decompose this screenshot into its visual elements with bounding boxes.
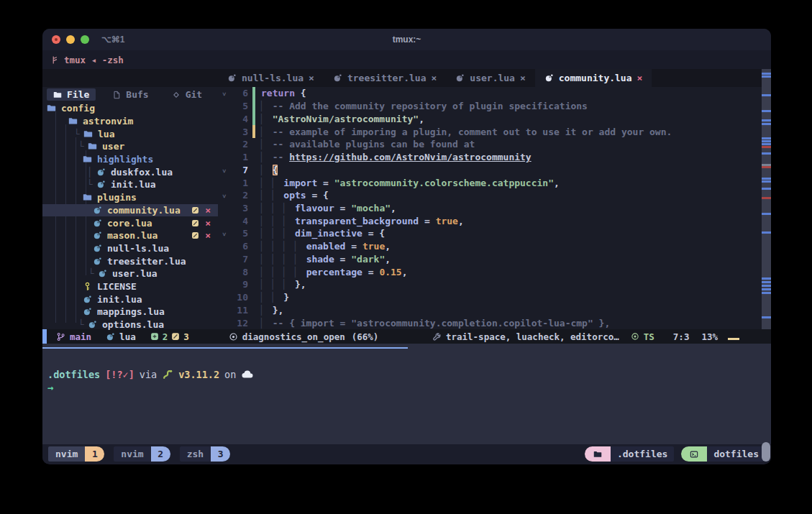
window-title: tmux:~ [42, 35, 771, 45]
fold-chevron-icon[interactable]: > [218, 165, 230, 175]
shell-pane[interactable]: .dotfiles [!?✓] via v3.11.2 on → [42, 344, 771, 444]
code-token: , [391, 203, 396, 214]
tree-item-community.lua[interactable]: community.lua× [42, 204, 218, 217]
tree-item-init.lua[interactable]: init.lua [42, 293, 218, 306]
tmux-window-number: 2 [151, 446, 170, 462]
buffer-tab-treesitter.lua[interactable]: treesitter.lua× [324, 69, 446, 87]
editor-line: 6▏ ▏ ▏ ▏ enabled = true, [218, 240, 771, 253]
fold-chevron-icon[interactable]: > [218, 228, 230, 239]
buffer-tab-null-ls.lua[interactable]: null-ls.lua× [218, 69, 324, 87]
tree-item-lua[interactable]: └lua [42, 127, 218, 140]
diagnostics-item[interactable]: diagnostics_on_open (66%) [229, 331, 379, 342]
tmux-window-3[interactable]: zsh3 [180, 446, 230, 462]
buffer-tab-user.lua[interactable]: user.lua× [446, 69, 534, 87]
lsp-tools-item[interactable]: trail-space, luacheck, editorco… [432, 331, 619, 342]
terminal-scrollbar-thumb[interactable] [762, 442, 770, 462]
tree-item-astronvim[interactable]: astronvim [42, 115, 218, 128]
buffer-close-icon[interactable]: × [637, 73, 643, 83]
code-token: }, [295, 279, 306, 290]
tree-item-options.lua[interactable]: └options.lua [42, 318, 218, 331]
tree-item-duskfox.lua[interactable]: │duskfox.lua [42, 165, 218, 178]
bufferline: null-ls.lua×treesitter.lua×user.lua×comm… [42, 69, 771, 87]
modified-icon [171, 332, 180, 341]
git-branch-item[interactable]: main [56, 331, 91, 342]
kitty-tab-title[interactable]: tmux ◂ -zsh [64, 55, 124, 65]
git-branch-name: main [70, 331, 91, 342]
tree-item-label: user [102, 141, 124, 152]
code-token: ▏ ▏ [261, 292, 283, 303]
buffer-close-icon[interactable]: × [432, 73, 437, 83]
code-token: ▏ [261, 305, 273, 316]
boxpencil-icon [191, 231, 199, 239]
tree-item-plugins[interactable]: plugins [42, 191, 218, 204]
buffer-close-icon[interactable]: × [520, 73, 526, 83]
git-diff-item: 2 3 [150, 331, 189, 342]
neotree-tab-bufs[interactable]: Bufs [106, 88, 155, 101]
code-token: { [295, 88, 306, 98]
tree-item-config[interactable]: config [42, 102, 218, 115]
prompt-on: on [224, 369, 236, 380]
terminal-window: ⌥⌘1 tmux:~ tmux ◂ -zsh null-ls.lua×trees… [42, 29, 771, 464]
tree-item-LICENSE[interactable]: LICENSE [42, 280, 218, 293]
buffer-tab-community.lua[interactable]: community.lua× [535, 69, 652, 87]
close-buffer-icon[interactable]: × [205, 218, 211, 229]
code-token: opts [283, 190, 306, 201]
editor-line: 10▏ ▏ } [218, 291, 771, 304]
prompt-git-status: [!?✓] [105, 369, 134, 380]
neotree-tab-file[interactable]: File [47, 88, 96, 101]
sign-column [252, 265, 255, 278]
buffer-close-icon[interactable]: × [309, 73, 314, 83]
buffer-tab-label: user.lua [470, 73, 515, 83]
session-icon [50, 55, 60, 65]
line-number: 12 [230, 318, 248, 329]
tmux-window-1[interactable]: nvim1 [48, 446, 104, 462]
editor-scrollbar[interactable] [762, 69, 771, 329]
modified-count: 3 [183, 331, 189, 342]
sign-column [252, 163, 255, 176]
editor-buffer[interactable]: >6return {5▏ -- Add the community reposi… [218, 87, 771, 329]
shell-prompt: .dotfiles [!?✓] via v3.11.2 on [47, 368, 253, 380]
tree-item-highlights[interactable]: highlights [42, 153, 218, 166]
code-token: , [385, 254, 391, 265]
tree-item-init.lua[interactable]: └init.lua [42, 178, 218, 191]
code-token: enabled [306, 241, 346, 252]
code-token: ▏ [261, 127, 273, 137]
line-number: 7 [230, 165, 248, 175]
tree-item-treesitter.lua[interactable]: treesitter.lua [42, 254, 218, 267]
close-buffer-icon[interactable]: × [205, 205, 211, 216]
tmux-window-2[interactable]: nvim2 [114, 446, 170, 462]
prompt-arrow[interactable]: → [47, 382, 53, 393]
fold-chevron-icon[interactable]: > [218, 190, 230, 201]
diagnostics-icon [229, 332, 238, 341]
code-token: = [345, 241, 362, 252]
mode-indicator [42, 329, 47, 344]
sign-column [252, 227, 255, 240]
code-token: -- example of imporing a plugin, comment… [273, 127, 672, 137]
tree-item-user.lua[interactable]: └user.lua [42, 267, 218, 280]
lua-icon [98, 269, 107, 278]
line-number: 3 [230, 127, 248, 137]
tmux-status-label: .dotfiles [611, 446, 674, 462]
python-icon [162, 369, 173, 380]
tree-item-mappings.lua[interactable]: mappings.lua [42, 306, 218, 318]
editor-line: 1▏ ▏ import = "astrocommunity.colorschem… [218, 176, 771, 189]
minimize-window-button[interactable] [66, 35, 75, 44]
tmux-status-label: dotfiles [707, 446, 765, 462]
folder-icon [593, 450, 602, 459]
tree-item-mason.lua[interactable]: mason.lua× [42, 229, 218, 242]
close-window-button[interactable] [52, 35, 60, 44]
fold-chevron-icon[interactable]: > [218, 88, 230, 98]
close-buffer-icon[interactable]: × [205, 230, 211, 241]
editor-line: 9▏ ▏ ▏ }, [218, 278, 771, 291]
buffer-tab-label: treesitter.lua [347, 73, 426, 83]
code-token: }, [273, 305, 284, 316]
zoom-window-button[interactable] [81, 35, 89, 44]
line-number: 5 [230, 228, 248, 239]
git-sign [252, 112, 255, 125]
tree-item-core.lua[interactable]: core.lua× [42, 216, 218, 229]
lua-icon [83, 295, 92, 304]
neotree-tab-label: Bufs [126, 89, 148, 100]
neotree-tab-git[interactable]: Git [165, 88, 209, 101]
tree-item-null-ls.lua[interactable]: null-ls.lua [42, 242, 218, 255]
tree-item-user[interactable]: └user [42, 140, 218, 153]
